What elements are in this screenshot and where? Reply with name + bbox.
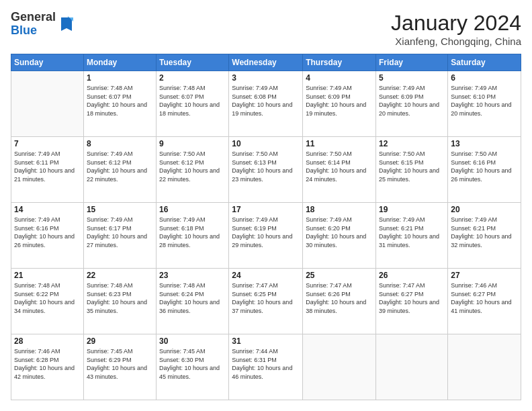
day-info: Sunrise: 7:49 AMSunset: 6:08 PMDaylight:…	[232, 84, 300, 118]
day-info: Sunrise: 7:47 AMSunset: 6:27 PMDaylight:…	[379, 281, 445, 315]
day-number: 6	[451, 73, 518, 83]
calendar-cell: 23 Sunrise: 7:48 AMSunset: 6:24 PMDaylig…	[157, 269, 229, 334]
day-number: 17	[232, 205, 300, 214]
calendar-cell: 18 Sunrise: 7:49 AMSunset: 6:20 PMDaylig…	[303, 203, 376, 269]
calendar-cell: 27 Sunrise: 7:46 AMSunset: 6:27 PMDaylig…	[448, 269, 521, 334]
day-number: 18	[306, 205, 373, 214]
day-number: 2	[159, 73, 226, 83]
calendar-cell: 13 Sunrise: 7:50 AMSunset: 6:16 PMDaylig…	[448, 137, 521, 203]
day-number: 24	[232, 271, 300, 280]
day-info: Sunrise: 7:50 AMSunset: 6:13 PMDaylight:…	[232, 150, 300, 183]
day-number: 31	[232, 336, 300, 346]
col-sunday: Sunday	[11, 54, 84, 71]
day-info: Sunrise: 7:46 AMSunset: 6:28 PMDaylight:…	[14, 347, 81, 381]
day-info: Sunrise: 7:48 AMSunset: 6:07 PMDaylight:…	[87, 84, 153, 118]
day-info: Sunrise: 7:49 AMSunset: 6:16 PMDaylight:…	[14, 216, 81, 249]
calendar-week-4: 28 Sunrise: 7:46 AMSunset: 6:28 PMDaylig…	[11, 334, 521, 400]
day-number: 28	[14, 336, 81, 346]
day-info: Sunrise: 7:49 AMSunset: 6:09 PMDaylight:…	[306, 84, 373, 118]
col-monday: Monday	[83, 54, 156, 71]
calendar-cell: 26 Sunrise: 7:47 AMSunset: 6:27 PMDaylig…	[376, 269, 448, 334]
day-info: Sunrise: 7:49 AMSunset: 6:20 PMDaylight:…	[306, 216, 373, 249]
calendar-cell	[11, 71, 84, 137]
calendar-cell: 24 Sunrise: 7:47 AMSunset: 6:25 PMDaylig…	[229, 269, 303, 334]
day-number: 9	[159, 139, 226, 148]
day-info: Sunrise: 7:45 AMSunset: 6:30 PMDaylight:…	[159, 347, 226, 381]
day-number: 10	[232, 139, 300, 148]
header-row: Sunday Monday Tuesday Wednesday Thursday…	[11, 54, 521, 71]
day-info: Sunrise: 7:50 AMSunset: 6:12 PMDaylight:…	[159, 150, 226, 183]
day-number: 27	[451, 271, 518, 280]
day-number: 30	[159, 336, 226, 346]
calendar: Sunday Monday Tuesday Wednesday Thursday…	[11, 54, 521, 400]
day-info: Sunrise: 7:49 AMSunset: 6:12 PMDaylight:…	[87, 150, 153, 183]
day-info: Sunrise: 7:47 AMSunset: 6:26 PMDaylight:…	[306, 281, 373, 315]
day-number: 5	[379, 73, 445, 83]
day-number: 20	[451, 205, 518, 214]
day-info: Sunrise: 7:45 AMSunset: 6:29 PMDaylight:…	[87, 347, 153, 381]
month-title: January 2024	[391, 11, 521, 36]
calendar-cell: 12 Sunrise: 7:50 AMSunset: 6:15 PMDaylig…	[376, 137, 448, 203]
calendar-cell: 3 Sunrise: 7:49 AMSunset: 6:08 PMDayligh…	[229, 71, 303, 137]
header: General Blue January 2024 Xianfeng, Chon…	[11, 11, 521, 47]
page: General Blue January 2024 Xianfeng, Chon…	[0, 0, 532, 411]
calendar-cell: 20 Sunrise: 7:49 AMSunset: 6:21 PMDaylig…	[448, 203, 521, 269]
calendar-cell: 8 Sunrise: 7:49 AMSunset: 6:12 PMDayligh…	[83, 137, 156, 203]
day-info: Sunrise: 7:48 AMSunset: 6:07 PMDaylight:…	[159, 84, 226, 118]
day-info: Sunrise: 7:49 AMSunset: 6:17 PMDaylight:…	[87, 216, 153, 249]
day-number: 1	[87, 73, 153, 83]
calendar-cell: 31 Sunrise: 7:44 AMSunset: 6:31 PMDaylig…	[229, 334, 303, 400]
day-info: Sunrise: 7:50 AMSunset: 6:14 PMDaylight:…	[306, 150, 373, 183]
calendar-cell: 17 Sunrise: 7:49 AMSunset: 6:19 PMDaylig…	[229, 203, 303, 269]
calendar-cell: 7 Sunrise: 7:49 AMSunset: 6:11 PMDayligh…	[11, 137, 84, 203]
day-info: Sunrise: 7:50 AMSunset: 6:15 PMDaylight:…	[379, 150, 445, 183]
calendar-cell	[303, 334, 376, 400]
day-info: Sunrise: 7:49 AMSunset: 6:09 PMDaylight:…	[379, 84, 445, 118]
day-number: 21	[14, 271, 81, 280]
day-info: Sunrise: 7:49 AMSunset: 6:19 PMDaylight:…	[232, 216, 300, 249]
day-info: Sunrise: 7:48 AMSunset: 6:24 PMDaylight:…	[159, 281, 226, 315]
calendar-cell: 16 Sunrise: 7:49 AMSunset: 6:18 PMDaylig…	[157, 203, 229, 269]
day-info: Sunrise: 7:48 AMSunset: 6:23 PMDaylight:…	[87, 281, 153, 315]
logo: General Blue	[11, 11, 75, 38]
day-info: Sunrise: 7:44 AMSunset: 6:31 PMDaylight:…	[232, 347, 300, 381]
calendar-cell: 6 Sunrise: 7:49 AMSunset: 6:10 PMDayligh…	[448, 71, 521, 137]
day-number: 16	[159, 205, 226, 214]
calendar-cell: 9 Sunrise: 7:50 AMSunset: 6:12 PMDayligh…	[157, 137, 229, 203]
day-number: 12	[379, 139, 445, 148]
day-number: 22	[87, 271, 153, 280]
logo-general: General	[11, 11, 56, 24]
title-block: January 2024 Xianfeng, Chongqing, China	[391, 11, 521, 47]
logo-icon	[58, 15, 75, 34]
day-number: 26	[379, 271, 445, 280]
calendar-cell: 5 Sunrise: 7:49 AMSunset: 6:09 PMDayligh…	[376, 71, 448, 137]
day-number: 11	[306, 139, 373, 148]
calendar-cell	[448, 334, 521, 400]
calendar-week-2: 14 Sunrise: 7:49 AMSunset: 6:16 PMDaylig…	[11, 203, 521, 269]
location: Xianfeng, Chongqing, China	[391, 36, 521, 47]
calendar-week-3: 21 Sunrise: 7:48 AMSunset: 6:22 PMDaylig…	[11, 269, 521, 334]
calendar-cell: 1 Sunrise: 7:48 AMSunset: 6:07 PMDayligh…	[83, 71, 156, 137]
svg-marker-0	[61, 17, 72, 31]
day-info: Sunrise: 7:50 AMSunset: 6:16 PMDaylight:…	[451, 150, 518, 183]
day-number: 3	[232, 73, 300, 83]
col-thursday: Thursday	[303, 54, 376, 71]
day-number: 19	[379, 205, 445, 214]
day-number: 8	[87, 139, 153, 148]
calendar-week-0: 1 Sunrise: 7:48 AMSunset: 6:07 PMDayligh…	[11, 71, 521, 137]
day-number: 7	[14, 139, 81, 148]
day-info: Sunrise: 7:49 AMSunset: 6:21 PMDaylight:…	[379, 216, 445, 249]
calendar-cell: 2 Sunrise: 7:48 AMSunset: 6:07 PMDayligh…	[157, 71, 229, 137]
logo-blue: Blue	[11, 24, 56, 38]
calendar-cell: 28 Sunrise: 7:46 AMSunset: 6:28 PMDaylig…	[11, 334, 84, 400]
day-number: 14	[14, 205, 81, 214]
calendar-cell: 21 Sunrise: 7:48 AMSunset: 6:22 PMDaylig…	[11, 269, 84, 334]
day-info: Sunrise: 7:49 AMSunset: 6:11 PMDaylight:…	[14, 150, 81, 183]
day-info: Sunrise: 7:47 AMSunset: 6:25 PMDaylight:…	[232, 281, 300, 315]
day-info: Sunrise: 7:49 AMSunset: 6:21 PMDaylight:…	[451, 216, 518, 249]
col-tuesday: Tuesday	[157, 54, 229, 71]
day-info: Sunrise: 7:49 AMSunset: 6:18 PMDaylight:…	[159, 216, 226, 249]
day-number: 4	[306, 73, 373, 83]
day-info: Sunrise: 7:46 AMSunset: 6:27 PMDaylight:…	[451, 281, 518, 315]
calendar-body: 1 Sunrise: 7:48 AMSunset: 6:07 PMDayligh…	[11, 71, 521, 400]
